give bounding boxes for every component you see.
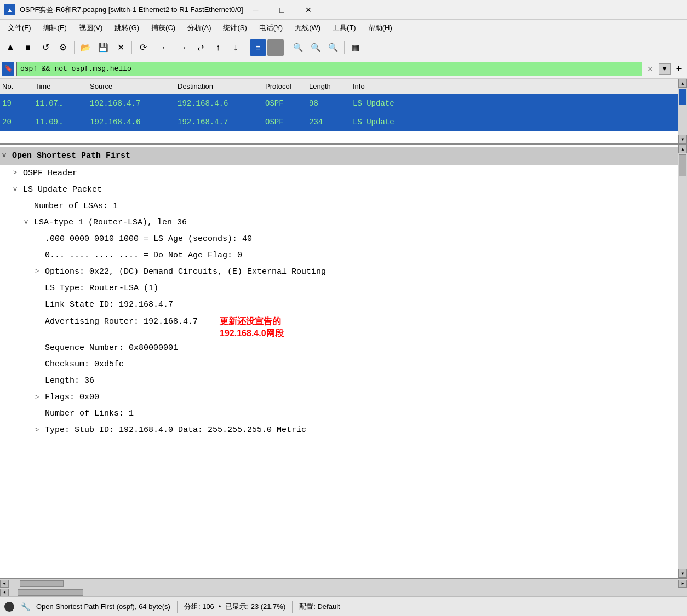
link-state-id-row[interactable]: Link State ID: 192.168.4.7: [0, 297, 687, 313]
menu-help[interactable]: 帮助(H): [363, 21, 398, 35]
filter-bookmark-icon: 🔖: [2, 62, 14, 76]
num-links-row[interactable]: Number of Links: 1: [0, 406, 687, 423]
toolbar-save-button[interactable]: 💾: [95, 39, 111, 56]
main-content: No. Time Source Destination Protocol Len…: [0, 79, 687, 596]
length-row[interactable]: Length: 36: [0, 373, 687, 390]
toolbar-zoom-out-button[interactable]: 🔍: [307, 39, 324, 56]
toolbar-colorize2-button[interactable]: ≣: [267, 39, 284, 56]
toolbar-options-button[interactable]: ⚙: [55, 39, 71, 56]
lsa-type1-row[interactable]: v LSA-type 1 (Router-LSA), len 36: [0, 215, 687, 231]
col-header-source: Source: [90, 82, 178, 90]
toolbar-sep-2: [131, 41, 132, 54]
toolbar-resize-button[interactable]: ▦: [347, 39, 364, 56]
packet-list-scrollbar[interactable]: ▲ ▼: [678, 79, 687, 143]
detail-scroll-down[interactable]: ▼: [678, 569, 687, 578]
type-stub-row[interactable]: > Type: Stub ID: 192.168.4.0 Data: 255.2…: [0, 423, 687, 439]
detail-scroll-thumb[interactable]: [679, 154, 686, 176]
toolbar-shark-icon[interactable]: ▲: [2, 39, 19, 56]
toolbar-close-button[interactable]: ✕: [112, 39, 129, 56]
maximize-button[interactable]: □: [270, 2, 295, 18]
menu-statistics[interactable]: 统计(S): [217, 21, 252, 35]
hscrollbar-bottom[interactable]: ◄: [0, 588, 687, 596]
col-header-info: Info: [353, 82, 678, 90]
adv-router-row[interactable]: Advertising Router: 192.168.4.7 更新还没宣告的1…: [0, 313, 687, 341]
num-links-label: Number of Links: 1: [45, 407, 134, 421]
detail-scrollbar[interactable]: ▲ ▼: [678, 145, 687, 578]
do-not-age-row[interactable]: 0... .... .... .... = Do Not Age Flag: 0: [0, 247, 687, 264]
menu-file[interactable]: 文件(F): [2, 21, 37, 35]
toolbar-open-button[interactable]: 📂: [77, 39, 94, 56]
flags-row[interactable]: > Flags: 0x00: [0, 390, 687, 406]
options-row[interactable]: > Options: 0x22, (DC) Demand Circuits, (…: [0, 264, 687, 280]
menu-edit[interactable]: 编辑(E): [38, 21, 72, 35]
close-button[interactable]: ✕: [296, 2, 321, 18]
adv-router-expand-icon: [35, 315, 43, 326]
toolbar-colorize-button[interactable]: ≡: [250, 39, 266, 56]
toolbar-back-button[interactable]: ←: [157, 39, 174, 56]
hscroll-right-btn[interactable]: ►: [678, 580, 687, 588]
filter-input[interactable]: [16, 62, 642, 76]
menu-view[interactable]: 视图(V): [73, 21, 108, 35]
checksum-row[interactable]: Checksum: 0xd5fc: [0, 357, 687, 373]
toolbar-zoom-in-button[interactable]: 🔍: [290, 39, 306, 56]
packet-list-scroll-thumb[interactable]: [679, 89, 686, 105]
filter-arrow-button[interactable]: ▼: [659, 63, 671, 75]
packet-row-20[interactable]: 20 11.09… 192.168.4.6 192.168.4.7 OSPF 2…: [0, 113, 687, 131]
toolbar-up-button[interactable]: ↑: [210, 39, 226, 56]
hscroll-thumb-bottom[interactable]: [18, 589, 83, 596]
ospf-header-row[interactable]: > OSPF Header: [0, 165, 687, 182]
packet-src-20: 192.168.4.6: [90, 118, 178, 126]
toolbar-reload-button[interactable]: ↺: [37, 39, 54, 56]
ospf-section-header[interactable]: v Open Shortest Path First: [0, 147, 687, 165]
status-icon-button[interactable]: 🔧: [19, 600, 32, 613]
menu-analyze[interactable]: 分析(A): [182, 21, 216, 35]
packet-list: No. Time Source Destination Protocol Len…: [0, 79, 687, 145]
packet-row-19[interactable]: 19 11.07… 192.168.4.7 192.168.4.6 OSPF 9…: [0, 94, 687, 113]
ls-type-row[interactable]: LS Type: Router-LSA (1): [0, 280, 687, 297]
ospf-expand-icon: v: [2, 151, 10, 162]
status-sep-1: [177, 601, 178, 613]
seq-num-row[interactable]: Sequence Number: 0x80000001: [0, 341, 687, 357]
packet-list-scroll-up[interactable]: ▲: [678, 79, 687, 88]
hscrollbar-top[interactable]: ◄ ►: [0, 579, 687, 588]
toolbar-down-button[interactable]: ↓: [227, 39, 244, 56]
minimize-button[interactable]: ─: [243, 2, 268, 18]
packet-list-scroll-down[interactable]: ▼: [678, 135, 687, 143]
toolbar-both-button[interactable]: ⇄: [192, 39, 209, 56]
filter-add-button[interactable]: +: [673, 63, 685, 75]
hscroll-left-btn[interactable]: ◄: [0, 580, 9, 588]
packet-src-19: 192.168.4.7: [90, 99, 178, 108]
detail-pane: v Open Shortest Path First > OSPF Header…: [0, 145, 687, 579]
menu-wireless[interactable]: 无线(W): [289, 21, 326, 35]
menu-capture[interactable]: 捕获(C): [146, 21, 181, 35]
hscroll-left-btn-2[interactable]: ◄: [0, 589, 9, 596]
filter-clear-button[interactable]: ✕: [644, 63, 656, 75]
ospf-section-title: Open Shortest Path First: [12, 149, 130, 163]
menu-telephony[interactable]: 电话(Y): [254, 21, 288, 35]
status-bullet-1: •: [219, 602, 221, 611]
toolbar-refresh-button[interactable]: ⟳: [135, 39, 151, 56]
packet-info-19: LS Update: [353, 99, 687, 108]
toolbar-forward-button[interactable]: →: [175, 39, 191, 56]
toolbar-zoom-reset-button[interactable]: 🔍: [325, 39, 341, 56]
checksum-expand-icon: [35, 360, 43, 371]
num-lsas-label: Number of LSAs: 1: [34, 200, 118, 214]
status-main-text: Open Shortest Path First (ospf), 64 byte…: [36, 602, 170, 611]
num-lsas-row[interactable]: Number of LSAs: 1: [0, 198, 687, 215]
packet-proto-20: OSPF: [265, 118, 309, 126]
ls-update-label: LS Update Packet: [23, 183, 102, 197]
ospf-header-label: OSPF Header: [23, 167, 77, 181]
flags-expand-icon: >: [35, 393, 43, 404]
length-expand-icon: [35, 376, 43, 387]
toolbar-stop-button[interactable]: ■: [20, 39, 36, 56]
packet-no-19: 19: [2, 99, 35, 108]
ls-type-expand-icon: [35, 283, 43, 294]
hscroll-thumb-top[interactable]: [20, 580, 64, 587]
menu-go[interactable]: 跳转(G): [109, 21, 145, 35]
status-config: 配置: Default: [299, 602, 340, 612]
menu-tools[interactable]: 工具(T): [327, 21, 362, 35]
ls-update-packet-row[interactable]: v LS Update Packet: [0, 182, 687, 198]
ls-age-row[interactable]: .000 0000 0010 1000 = LS Age (seconds): …: [0, 231, 687, 247]
packet-len-20: 234: [309, 118, 353, 126]
detail-scroll-up[interactable]: ▲: [678, 145, 687, 153]
